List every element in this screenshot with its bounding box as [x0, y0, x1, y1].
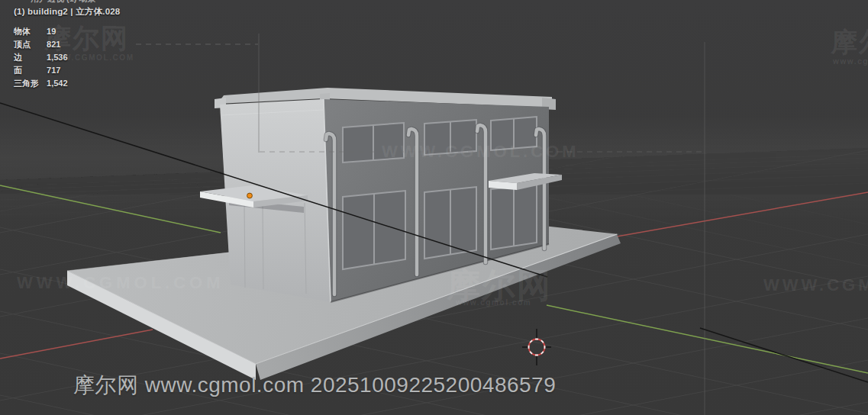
- stat-row-objects: 物体 19: [14, 25, 68, 38]
- stat-row-vertices: 顶点 821: [14, 38, 68, 51]
- stat-row-faces: 面 717: [14, 64, 68, 77]
- object-origin-dot: [247, 193, 253, 198]
- scene-statistics: 物体 19 顶点 821 边 1,536 面 717 三角形 1,542: [14, 25, 68, 90]
- stat-row-triangles: 三角形 1,542: [14, 77, 68, 90]
- viewport-render: [0, 0, 868, 415]
- blender-3d-viewport[interactable]: 用户透视 (1) 场景 (1) building2 | 立方体.028 物体 1…: [0, 0, 868, 415]
- stat-row-edges: 边 1,536: [14, 51, 68, 64]
- page-caption: 摩尔网 www.cgmol.com 20251009225200486579: [73, 371, 556, 400]
- viewport-header-clipped: 用户透视 (1) 场景: [31, 0, 198, 3]
- active-object-info: (1) building2 | 立方体.028: [14, 6, 120, 18]
